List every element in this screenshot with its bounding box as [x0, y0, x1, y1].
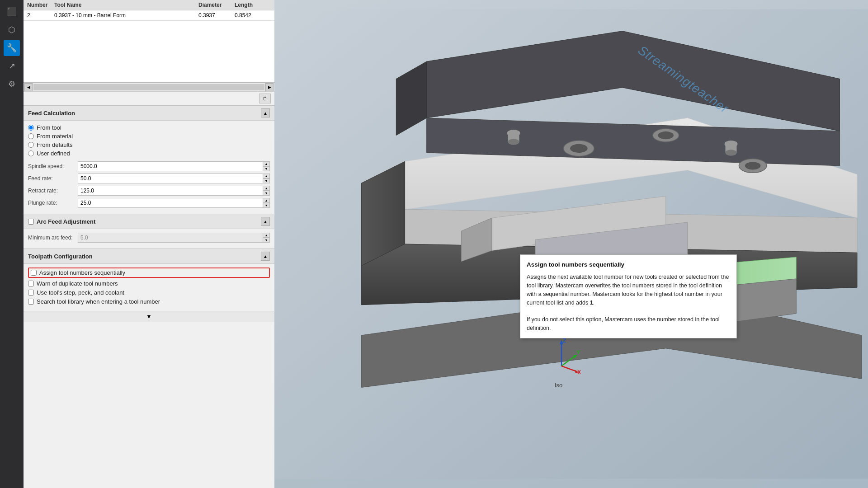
tooltip-popup: Assign tool numbers sequentially Assigns… — [520, 254, 737, 338]
warn-duplicate-checkbox[interactable] — [28, 281, 34, 286]
toolbar-shapes-icon[interactable]: ⬡ — [4, 22, 20, 38]
plunge-rate-input[interactable] — [78, 198, 263, 208]
retract-rate-label: Retract rate: — [28, 188, 78, 194]
arc-feed-checkbox[interactable] — [28, 219, 34, 225]
toolbar-paths-icon[interactable]: ↗ — [4, 58, 20, 74]
svg-line-34 — [561, 366, 576, 371]
feed-calculation-content: From tool From material From defaults Us… — [24, 121, 274, 214]
toolpath-config-collapse-btn[interactable]: ▲ — [261, 252, 270, 261]
spindle-speed-input[interactable] — [78, 161, 263, 171]
assign-sequential-checkbox[interactable] — [31, 270, 37, 276]
feed-rate-input[interactable] — [78, 174, 263, 183]
plunge-rate-label: Plunge rate: — [28, 200, 78, 206]
horizontal-scrollbar[interactable]: ◀ ▶ — [24, 83, 274, 92]
scroll-right-btn[interactable]: ▶ — [265, 83, 274, 91]
retract-up-btn[interactable]: ▲ — [263, 186, 270, 191]
spindle-up-btn[interactable]: ▲ — [263, 161, 270, 166]
table-data-area: 2 0.3937 - 10 mm - Barrel Form 0.3937 0.… — [24, 10, 274, 83]
plunge-rate-spinner: ▲ ▼ — [263, 198, 270, 208]
main-panel: Number Tool Name Diameter Length 2 0.393… — [24, 0, 274, 488]
svg-point-26 — [725, 150, 736, 155]
col-name: Tool Name — [54, 2, 198, 8]
retract-rate-row: Retract rate: ▲ ▼ — [28, 186, 270, 196]
search-library-checkbox[interactable] — [28, 299, 34, 305]
row-length: 0.8542 — [235, 12, 271, 19]
retract-down-btn[interactable]: ▼ — [263, 191, 270, 196]
table-settings-btn[interactable]: 🗒 — [259, 94, 271, 103]
feed-calculation-collapse-btn[interactable]: ▲ — [261, 108, 270, 117]
search-library-label: Search tool library when entering a tool… — [37, 298, 160, 305]
arc-feed-collapse-btn[interactable]: ▲ — [261, 217, 270, 226]
min-arc-input-wrap: ▲ ▼ — [78, 233, 270, 243]
feed-calculation-section: Feed Calculation ▲ From tool From materi… — [24, 105, 274, 214]
col-number: Number — [27, 2, 54, 8]
svg-point-15 — [745, 162, 761, 169]
feed-rate-spinner: ▲ ▼ — [263, 174, 270, 183]
radio-user-defined-label: User defined — [37, 150, 70, 157]
feed-rate-row: Feed rate: ▲ ▼ — [28, 174, 270, 183]
scroll-left-btn[interactable]: ◀ — [24, 83, 33, 91]
arc-feed-content: Minimum arc feed: ▲ ▼ — [24, 229, 274, 249]
svg-line-31 — [561, 356, 575, 366]
spindle-speed-label: Spindle speed: — [28, 163, 78, 169]
retract-rate-input-wrap: ▲ ▼ — [78, 186, 270, 196]
plunge-up-btn[interactable]: ▲ — [263, 198, 270, 203]
arc-feed-title: Arc Feed Adjustment — [37, 218, 95, 225]
svg-text:Z: Z — [563, 338, 566, 344]
col-diameter: Diameter — [198, 2, 235, 8]
min-arc-up-btn[interactable]: ▲ — [263, 233, 270, 238]
spindle-speed-row: Spindle speed: ▲ ▼ — [28, 161, 270, 171]
arc-feed-checkbox-wrap[interactable]: Arc Feed Adjustment — [28, 218, 95, 225]
use-step-peck-checkbox[interactable] — [28, 290, 34, 296]
radio-from-material[interactable]: From material — [28, 133, 270, 140]
min-arc-row: Minimum arc feed: ▲ ▼ — [28, 233, 270, 243]
toolbar-layers-icon[interactable]: ⬛ — [4, 4, 20, 20]
row-name: 0.3937 - 10 mm - Barrel Form — [54, 12, 198, 19]
toolpath-config-header[interactable]: Toolpath Configuration ▲ — [24, 249, 274, 264]
min-arc-spinner: ▲ ▼ — [263, 233, 270, 243]
search-library-item[interactable]: Search tool library when entering a tool… — [28, 298, 270, 305]
feed-rate-input-wrap: ▲ ▼ — [78, 174, 270, 183]
row-diameter: 0.3937 — [198, 12, 235, 19]
min-arc-down-btn[interactable]: ▼ — [263, 238, 270, 243]
plunge-down-btn[interactable]: ▼ — [263, 203, 270, 208]
table-row[interactable]: 2 0.3937 - 10 mm - Barrel Form 0.3937 0.… — [24, 10, 274, 21]
retract-rate-input[interactable] — [78, 186, 263, 196]
iso-label: Iso — [555, 382, 562, 389]
warn-duplicate-label: Warn of duplicate tool numbers — [37, 280, 118, 287]
row-number: 2 — [27, 12, 54, 19]
tooltip-line-2: If you do not select this option, Master… — [527, 315, 730, 333]
warn-duplicate-item[interactable]: Warn of duplicate tool numbers — [28, 280, 270, 287]
scroll-down-indicator: ▼ — [24, 311, 274, 322]
min-arc-input[interactable] — [78, 233, 263, 243]
radio-from-tool[interactable]: From tool — [28, 124, 270, 131]
spindle-speed-input-wrap: ▲ ▼ — [78, 161, 270, 171]
radio-from-defaults[interactable]: From defaults — [28, 141, 270, 148]
assign-sequential-item[interactable]: Assign tool numbers sequentially — [28, 267, 270, 278]
scroll-track[interactable] — [33, 84, 264, 90]
radio-user-defined[interactable]: User defined — [28, 150, 270, 157]
toolbar-tools-icon[interactable]: 🔧 — [4, 40, 20, 56]
feed-calculation-header[interactable]: Feed Calculation ▲ — [24, 106, 274, 121]
spindle-speed-spinner: ▲ ▼ — [263, 161, 270, 171]
feed-rate-down-btn[interactable]: ▼ — [263, 178, 270, 183]
feed-rate-up-btn[interactable]: ▲ — [263, 174, 270, 178]
use-step-peck-item[interactable]: Use tool's step, peck, and coolant — [28, 289, 270, 296]
toolpath-config-section: Toolpath Configuration ▲ Assign tool num… — [24, 249, 274, 322]
plunge-rate-row: Plunge rate: ▲ ▼ — [28, 198, 270, 208]
toolpath-config-content: Assign tool numbers sequentially Warn of… — [24, 264, 274, 311]
viewport: Streamingteacher Assign tool numbers seq… — [274, 0, 868, 488]
tooltip-title: Assign tool numbers sequentially — [527, 260, 730, 269]
table-empty-area — [24, 21, 274, 80]
use-step-peck-label: Use tool's step, peck, and coolant — [37, 289, 124, 296]
arc-feed-header[interactable]: Arc Feed Adjustment ▲ — [24, 214, 274, 229]
machine-3d-view — [274, 0, 868, 488]
svg-text:X: X — [577, 369, 581, 375]
tool-table: Number Tool Name Diameter Length 2 0.393… — [24, 0, 274, 105]
radio-from-material-label: From material — [37, 133, 73, 140]
toolbar-settings-icon[interactable]: ⚙ — [4, 76, 20, 92]
table-header: Number Tool Name Diameter Length — [24, 0, 274, 10]
radio-from-tool-label: From tool — [37, 124, 61, 131]
feed-rate-label: Feed rate: — [28, 175, 78, 182]
spindle-down-btn[interactable]: ▼ — [263, 166, 270, 171]
